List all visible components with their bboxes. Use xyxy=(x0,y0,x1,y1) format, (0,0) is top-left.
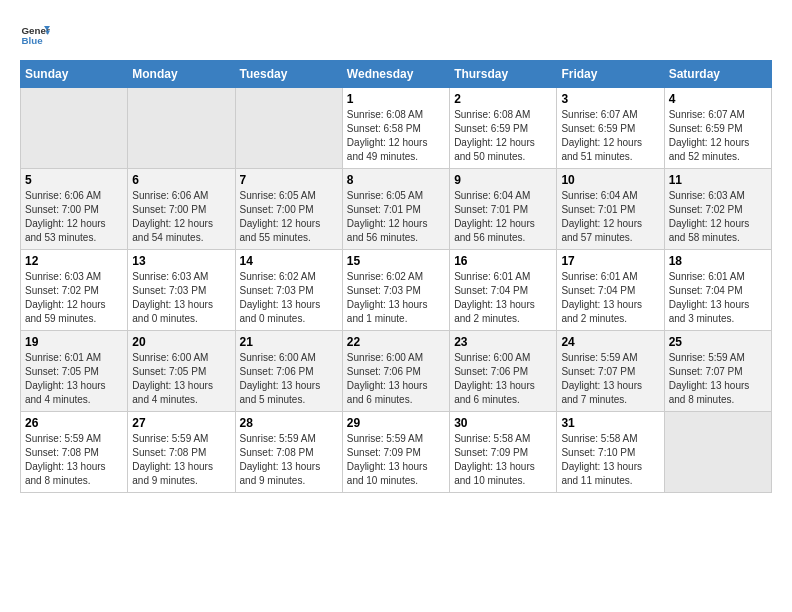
day-info: Sunrise: 5:59 AM Sunset: 7:08 PM Dayligh… xyxy=(25,432,123,488)
day-number: 27 xyxy=(132,416,230,430)
page-header: General Blue xyxy=(20,20,772,50)
day-number: 10 xyxy=(561,173,659,187)
calendar-cell: 12Sunrise: 6:03 AM Sunset: 7:02 PM Dayli… xyxy=(21,250,128,331)
day-info: Sunrise: 6:00 AM Sunset: 7:06 PM Dayligh… xyxy=(454,351,552,407)
calendar-cell xyxy=(21,88,128,169)
day-info: Sunrise: 6:07 AM Sunset: 6:59 PM Dayligh… xyxy=(669,108,767,164)
day-info: Sunrise: 5:59 AM Sunset: 7:07 PM Dayligh… xyxy=(561,351,659,407)
calendar-cell: 11Sunrise: 6:03 AM Sunset: 7:02 PM Dayli… xyxy=(664,169,771,250)
day-info: Sunrise: 5:58 AM Sunset: 7:10 PM Dayligh… xyxy=(561,432,659,488)
calendar-cell: 17Sunrise: 6:01 AM Sunset: 7:04 PM Dayli… xyxy=(557,250,664,331)
day-number: 24 xyxy=(561,335,659,349)
day-number: 23 xyxy=(454,335,552,349)
week-row-1: 1Sunrise: 6:08 AM Sunset: 6:58 PM Daylig… xyxy=(21,88,772,169)
calendar-cell: 27Sunrise: 5:59 AM Sunset: 7:08 PM Dayli… xyxy=(128,412,235,493)
day-info: Sunrise: 6:02 AM Sunset: 7:03 PM Dayligh… xyxy=(240,270,338,326)
svg-text:Blue: Blue xyxy=(22,35,44,46)
day-info: Sunrise: 6:05 AM Sunset: 7:00 PM Dayligh… xyxy=(240,189,338,245)
calendar-cell: 2Sunrise: 6:08 AM Sunset: 6:59 PM Daylig… xyxy=(450,88,557,169)
calendar-cell: 14Sunrise: 6:02 AM Sunset: 7:03 PM Dayli… xyxy=(235,250,342,331)
calendar-cell xyxy=(664,412,771,493)
day-number: 3 xyxy=(561,92,659,106)
day-info: Sunrise: 6:00 AM Sunset: 7:06 PM Dayligh… xyxy=(347,351,445,407)
day-header-monday: Monday xyxy=(128,61,235,88)
calendar-cell xyxy=(128,88,235,169)
day-info: Sunrise: 6:02 AM Sunset: 7:03 PM Dayligh… xyxy=(347,270,445,326)
day-info: Sunrise: 6:07 AM Sunset: 6:59 PM Dayligh… xyxy=(561,108,659,164)
day-info: Sunrise: 6:03 AM Sunset: 7:02 PM Dayligh… xyxy=(25,270,123,326)
day-number: 29 xyxy=(347,416,445,430)
day-number: 9 xyxy=(454,173,552,187)
calendar-cell: 5Sunrise: 6:06 AM Sunset: 7:00 PM Daylig… xyxy=(21,169,128,250)
day-number: 18 xyxy=(669,254,767,268)
day-number: 1 xyxy=(347,92,445,106)
day-info: Sunrise: 5:59 AM Sunset: 7:08 PM Dayligh… xyxy=(132,432,230,488)
day-info: Sunrise: 5:59 AM Sunset: 7:07 PM Dayligh… xyxy=(669,351,767,407)
day-info: Sunrise: 5:59 AM Sunset: 7:08 PM Dayligh… xyxy=(240,432,338,488)
header-row: SundayMondayTuesdayWednesdayThursdayFrid… xyxy=(21,61,772,88)
day-number: 6 xyxy=(132,173,230,187)
day-header-friday: Friday xyxy=(557,61,664,88)
day-info: Sunrise: 6:00 AM Sunset: 7:05 PM Dayligh… xyxy=(132,351,230,407)
day-number: 26 xyxy=(25,416,123,430)
week-row-5: 26Sunrise: 5:59 AM Sunset: 7:08 PM Dayli… xyxy=(21,412,772,493)
calendar-cell: 28Sunrise: 5:59 AM Sunset: 7:08 PM Dayli… xyxy=(235,412,342,493)
logo: General Blue xyxy=(20,20,50,50)
calendar-cell: 26Sunrise: 5:59 AM Sunset: 7:08 PM Dayli… xyxy=(21,412,128,493)
day-info: Sunrise: 6:01 AM Sunset: 7:04 PM Dayligh… xyxy=(669,270,767,326)
day-number: 28 xyxy=(240,416,338,430)
calendar-cell: 7Sunrise: 6:05 AM Sunset: 7:00 PM Daylig… xyxy=(235,169,342,250)
day-info: Sunrise: 6:00 AM Sunset: 7:06 PM Dayligh… xyxy=(240,351,338,407)
day-info: Sunrise: 5:59 AM Sunset: 7:09 PM Dayligh… xyxy=(347,432,445,488)
calendar-cell: 21Sunrise: 6:00 AM Sunset: 7:06 PM Dayli… xyxy=(235,331,342,412)
calendar-cell: 10Sunrise: 6:04 AM Sunset: 7:01 PM Dayli… xyxy=(557,169,664,250)
calendar-cell: 30Sunrise: 5:58 AM Sunset: 7:09 PM Dayli… xyxy=(450,412,557,493)
calendar-cell: 8Sunrise: 6:05 AM Sunset: 7:01 PM Daylig… xyxy=(342,169,449,250)
calendar-cell: 29Sunrise: 5:59 AM Sunset: 7:09 PM Dayli… xyxy=(342,412,449,493)
day-header-thursday: Thursday xyxy=(450,61,557,88)
calendar-cell: 24Sunrise: 5:59 AM Sunset: 7:07 PM Dayli… xyxy=(557,331,664,412)
day-info: Sunrise: 6:03 AM Sunset: 7:02 PM Dayligh… xyxy=(669,189,767,245)
day-number: 11 xyxy=(669,173,767,187)
day-number: 7 xyxy=(240,173,338,187)
day-info: Sunrise: 5:58 AM Sunset: 7:09 PM Dayligh… xyxy=(454,432,552,488)
calendar-cell: 9Sunrise: 6:04 AM Sunset: 7:01 PM Daylig… xyxy=(450,169,557,250)
calendar-cell: 20Sunrise: 6:00 AM Sunset: 7:05 PM Dayli… xyxy=(128,331,235,412)
week-row-3: 12Sunrise: 6:03 AM Sunset: 7:02 PM Dayli… xyxy=(21,250,772,331)
day-info: Sunrise: 6:04 AM Sunset: 7:01 PM Dayligh… xyxy=(454,189,552,245)
day-header-wednesday: Wednesday xyxy=(342,61,449,88)
day-number: 2 xyxy=(454,92,552,106)
calendar-cell: 31Sunrise: 5:58 AM Sunset: 7:10 PM Dayli… xyxy=(557,412,664,493)
day-number: 20 xyxy=(132,335,230,349)
day-info: Sunrise: 6:01 AM Sunset: 7:04 PM Dayligh… xyxy=(561,270,659,326)
day-number: 21 xyxy=(240,335,338,349)
day-number: 16 xyxy=(454,254,552,268)
day-number: 5 xyxy=(25,173,123,187)
day-info: Sunrise: 6:01 AM Sunset: 7:04 PM Dayligh… xyxy=(454,270,552,326)
day-number: 15 xyxy=(347,254,445,268)
day-info: Sunrise: 6:03 AM Sunset: 7:03 PM Dayligh… xyxy=(132,270,230,326)
week-row-4: 19Sunrise: 6:01 AM Sunset: 7:05 PM Dayli… xyxy=(21,331,772,412)
day-header-saturday: Saturday xyxy=(664,61,771,88)
logo-icon: General Blue xyxy=(20,20,50,50)
day-number: 17 xyxy=(561,254,659,268)
day-info: Sunrise: 6:01 AM Sunset: 7:05 PM Dayligh… xyxy=(25,351,123,407)
day-info: Sunrise: 6:08 AM Sunset: 6:59 PM Dayligh… xyxy=(454,108,552,164)
day-info: Sunrise: 6:05 AM Sunset: 7:01 PM Dayligh… xyxy=(347,189,445,245)
calendar-cell: 16Sunrise: 6:01 AM Sunset: 7:04 PM Dayli… xyxy=(450,250,557,331)
calendar-cell: 23Sunrise: 6:00 AM Sunset: 7:06 PM Dayli… xyxy=(450,331,557,412)
calendar-cell: 3Sunrise: 6:07 AM Sunset: 6:59 PM Daylig… xyxy=(557,88,664,169)
day-number: 4 xyxy=(669,92,767,106)
day-number: 12 xyxy=(25,254,123,268)
day-header-sunday: Sunday xyxy=(21,61,128,88)
day-info: Sunrise: 6:06 AM Sunset: 7:00 PM Dayligh… xyxy=(132,189,230,245)
day-info: Sunrise: 6:08 AM Sunset: 6:58 PM Dayligh… xyxy=(347,108,445,164)
day-header-tuesday: Tuesday xyxy=(235,61,342,88)
day-number: 14 xyxy=(240,254,338,268)
day-number: 31 xyxy=(561,416,659,430)
calendar-cell: 18Sunrise: 6:01 AM Sunset: 7:04 PM Dayli… xyxy=(664,250,771,331)
day-info: Sunrise: 6:06 AM Sunset: 7:00 PM Dayligh… xyxy=(25,189,123,245)
day-number: 13 xyxy=(132,254,230,268)
calendar-cell: 13Sunrise: 6:03 AM Sunset: 7:03 PM Dayli… xyxy=(128,250,235,331)
calendar-cell: 22Sunrise: 6:00 AM Sunset: 7:06 PM Dayli… xyxy=(342,331,449,412)
